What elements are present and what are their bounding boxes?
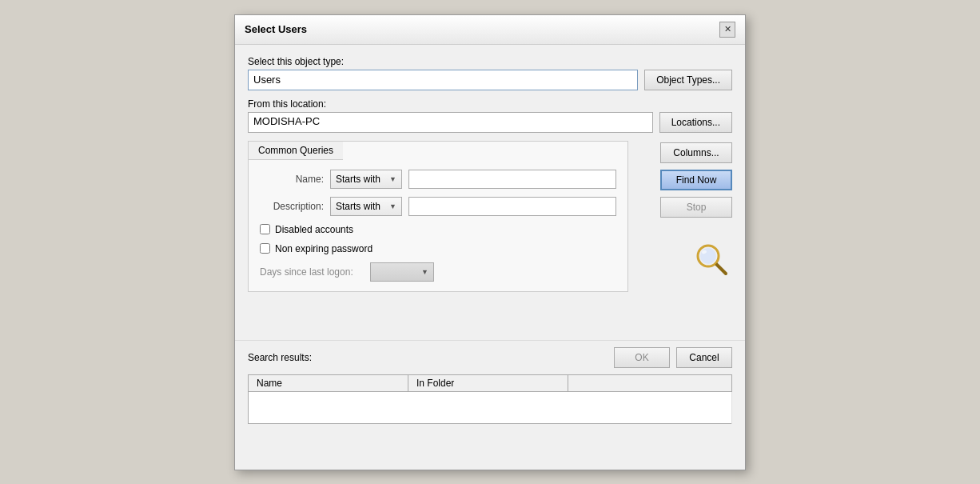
days-combo-arrow: ▼ <box>421 268 428 276</box>
description-input[interactable] <box>408 197 616 216</box>
search-magnifier-icon <box>691 240 732 277</box>
search-results-label: Search results: <box>248 352 312 363</box>
days-logon-row: Days since last logon: ▼ <box>260 262 616 282</box>
non-expiring-checkbox[interactable] <box>260 243 270 254</box>
location-label: From this location: <box>248 98 732 110</box>
object-type-label: Select this object type: <box>248 56 732 67</box>
location-section: From this location: MODISHA-PC Locations… <box>248 98 732 133</box>
stop-button[interactable]: Stop <box>660 197 732 218</box>
ok-button[interactable]: OK <box>614 347 670 368</box>
title-bar: Select Users ✕ <box>235 15 745 45</box>
queries-box: Common Queries Name: Starts with ▼ <box>248 141 628 292</box>
name-label: Name: <box>260 174 324 185</box>
queries-content: Name: Starts with ▼ Description: Start <box>249 160 627 291</box>
location-row: MODISHA-PC Locations... <box>248 112 732 133</box>
results-section: Name In Folder <box>235 374 745 470</box>
col-name-header: Name <box>249 375 408 392</box>
object-type-row: Object Types... <box>248 70 732 90</box>
description-row: Description: Starts with ▼ <box>260 197 616 216</box>
locations-button[interactable]: Locations... <box>659 112 732 133</box>
disabled-accounts-label[interactable]: Disabled accounts <box>275 224 353 235</box>
desc-combo-arrow: ▼ <box>389 202 396 210</box>
results-body <box>249 392 732 424</box>
close-button[interactable]: ✕ <box>719 22 735 38</box>
left-section: Common Queries Name: Starts with ▼ <box>248 141 628 292</box>
object-type-section: Select this object type: Object Types... <box>248 56 732 90</box>
name-row: Name: Starts with ▼ <box>260 170 616 189</box>
description-label: Description: <box>260 201 324 212</box>
non-expiring-label[interactable]: Non expiring password <box>275 243 372 254</box>
object-type-input[interactable] <box>248 70 638 90</box>
dialog-body: Select this object type: Object Types...… <box>235 45 745 341</box>
svg-line-2 <box>716 264 726 274</box>
empty-results-row <box>249 392 732 424</box>
results-table: Name In Folder <box>248 374 732 424</box>
name-combo-arrow: ▼ <box>389 175 396 183</box>
find-now-button[interactable]: Find Now <box>660 170 732 190</box>
location-input: MODISHA-PC <box>248 112 653 133</box>
columns-button[interactable]: Columns... <box>660 142 732 163</box>
svg-point-1 <box>700 248 716 264</box>
common-queries-tab[interactable]: Common Queries <box>249 142 343 160</box>
name-input[interactable] <box>408 170 616 189</box>
object-types-button[interactable]: Object Types... <box>644 70 732 90</box>
col-extra-header <box>568 375 732 392</box>
cancel-button[interactable]: Cancel <box>676 347 732 368</box>
bottom-row: Search results: OK Cancel <box>235 340 745 374</box>
description-combo[interactable]: Starts with ▼ <box>330 197 402 216</box>
main-content: Common Queries Name: Starts with ▼ <box>248 141 732 292</box>
days-label: Days since last logon: <box>260 266 364 278</box>
select-users-dialog: Select Users ✕ Select this object type: … <box>234 14 746 470</box>
search-icon-area <box>691 240 732 277</box>
col-folder-header: In Folder <box>408 375 568 392</box>
days-combo[interactable]: ▼ <box>370 262 434 282</box>
disabled-accounts-checkbox[interactable] <box>260 224 270 234</box>
name-combo[interactable]: Starts with ▼ <box>330 170 402 189</box>
dialog-title: Select Users <box>245 23 307 35</box>
non-expiring-row: Non expiring password <box>260 243 616 254</box>
disabled-accounts-row: Disabled accounts <box>260 224 616 235</box>
right-section: Columns... Find Now Stop <box>628 141 732 292</box>
action-buttons: OK Cancel <box>614 347 732 368</box>
